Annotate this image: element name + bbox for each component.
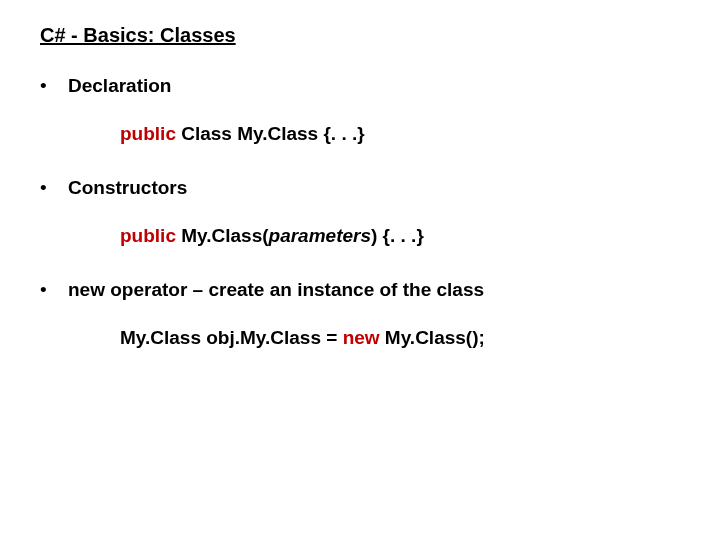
code-instance-rhs: My.Class(); [380,327,485,348]
slide-body: C# - Basics: Classes • Declaration publi… [0,0,720,405]
bullet-declaration-label: Declaration [68,75,171,97]
bullet-new-rest: operator – create an instance of the cla… [105,279,484,300]
keyword-public: public [120,225,176,246]
code-instance: My.Class obj.My.Class = new My.Class(); [120,327,680,349]
code-declaration: public Class My.Class {. . .} [120,123,680,145]
slide-title: C# - Basics: Classes [40,24,680,47]
code-ctor-param: parameters [269,225,371,246]
bullet-dot-icon: • [40,177,68,199]
bullet-new-operator: • new operator – create an instance of t… [40,279,680,301]
code-instance-lhs: My.Class obj.My.Class = [120,327,343,348]
keyword-new: new [343,327,380,348]
bullet-dot-icon: • [40,75,68,97]
code-ctor-pre: My.Class( [176,225,269,246]
code-ctor-post: ) {. . .} [371,225,424,246]
bullet-new-keyword: new [68,279,105,300]
bullet-new-operator-label: new operator – create an instance of the… [68,279,484,301]
bullet-constructors-label: Constructors [68,177,187,199]
bullet-constructors: • Constructors [40,177,680,199]
keyword-public: public [120,123,176,144]
code-declaration-rest: Class My.Class {. . .} [176,123,365,144]
bullet-dot-icon: • [40,279,68,301]
bullet-declaration: • Declaration [40,75,680,97]
code-constructor: public My.Class(parameters) {. . .} [120,225,680,247]
